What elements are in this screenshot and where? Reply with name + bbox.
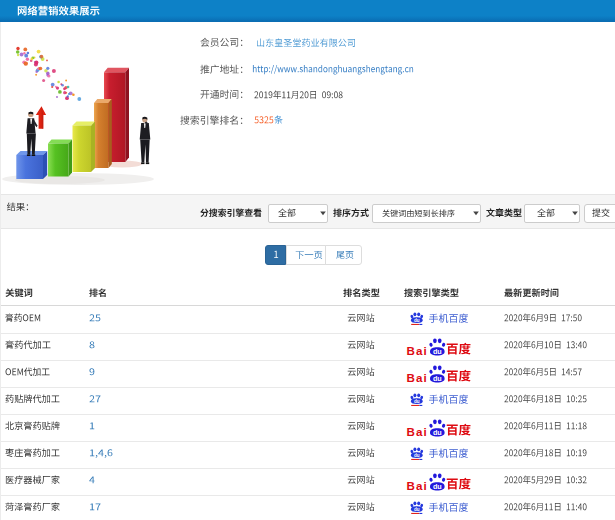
svg-text:du: du [433, 374, 442, 383]
svg-text:Bai: Bai [407, 344, 428, 357]
svg-text:du: du [414, 453, 420, 458]
svg-text:du: du [414, 318, 420, 323]
svg-text:Bai: Bai [407, 425, 428, 438]
svg-text:du: du [414, 507, 420, 512]
svg-text:du: du [433, 347, 442, 356]
svg-text:Bai: Bai [407, 371, 428, 384]
svg-text:Bai: Bai [407, 479, 428, 492]
svg-text:du: du [414, 399, 420, 404]
svg-text:du: du [433, 428, 442, 437]
svg-text:du: du [433, 482, 442, 491]
